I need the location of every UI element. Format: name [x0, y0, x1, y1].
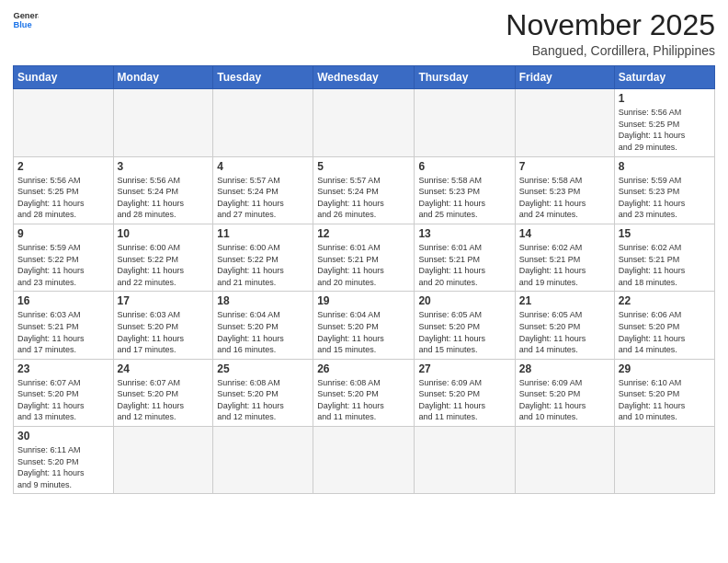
weekday-header-row: SundayMondayTuesdayWednesdayThursdayFrid…	[14, 66, 715, 89]
calendar-cell: 3Sunrise: 5:56 AM Sunset: 5:24 PM Daylig…	[113, 156, 213, 224]
weekday-tuesday: Tuesday	[213, 66, 313, 89]
calendar-cell	[213, 89, 313, 156]
day-number: 25	[217, 362, 309, 375]
calendar-cell: 14Sunrise: 6:02 AM Sunset: 5:21 PM Dayli…	[515, 224, 614, 291]
calendar-cell: 7Sunrise: 5:58 AM Sunset: 5:23 PM Daylig…	[515, 156, 614, 224]
day-number: 1	[619, 92, 711, 105]
calendar-cell: 17Sunrise: 6:03 AM Sunset: 5:20 PM Dayli…	[113, 292, 213, 359]
week-row-3: 16Sunrise: 6:03 AM Sunset: 5:21 PM Dayli…	[14, 292, 715, 359]
day-number: 18	[217, 294, 309, 307]
page: GeneralBlue November 2025 Bangued, Cordi…	[0, 0, 728, 563]
calendar-cell	[113, 89, 213, 156]
calendar-cell: 18Sunrise: 6:04 AM Sunset: 5:20 PM Dayli…	[213, 292, 313, 359]
day-number: 8	[619, 160, 711, 173]
cell-info: Sunrise: 5:58 AM Sunset: 5:23 PM Dayligh…	[519, 176, 586, 220]
calendar-cell: 24Sunrise: 6:07 AM Sunset: 5:20 PM Dayli…	[113, 359, 213, 426]
week-row-0: 1Sunrise: 5:56 AM Sunset: 5:25 PM Daylig…	[14, 89, 715, 156]
calendar-cell: 28Sunrise: 6:09 AM Sunset: 5:20 PM Dayli…	[515, 359, 614, 426]
day-number: 19	[317, 294, 410, 307]
week-row-4: 23Sunrise: 6:07 AM Sunset: 5:20 PM Dayli…	[14, 359, 715, 426]
cell-info: Sunrise: 6:05 AM Sunset: 5:20 PM Dayligh…	[519, 310, 586, 354]
day-number: 12	[317, 227, 410, 240]
day-number: 4	[217, 160, 309, 173]
calendar-cell	[614, 427, 714, 494]
day-number: 29	[619, 362, 711, 375]
calendar-cell: 15Sunrise: 6:02 AM Sunset: 5:21 PM Dayli…	[614, 224, 714, 291]
cell-info: Sunrise: 6:09 AM Sunset: 5:20 PM Dayligh…	[519, 378, 586, 422]
cell-info: Sunrise: 6:03 AM Sunset: 5:21 PM Dayligh…	[17, 310, 85, 354]
weekday-saturday: Saturday	[614, 66, 714, 89]
logo: GeneralBlue	[13, 9, 39, 29]
calendar-cell: 13Sunrise: 6:01 AM Sunset: 5:21 PM Dayli…	[415, 224, 515, 291]
calendar-cell	[415, 427, 515, 494]
calendar: SundayMondayTuesdayWednesdayThursdayFrid…	[13, 65, 715, 494]
calendar-cell	[113, 427, 213, 494]
calendar-cell: 26Sunrise: 6:08 AM Sunset: 5:20 PM Dayli…	[313, 359, 415, 426]
cell-info: Sunrise: 6:10 AM Sunset: 5:20 PM Dayligh…	[619, 378, 686, 422]
cell-info: Sunrise: 5:56 AM Sunset: 5:24 PM Dayligh…	[118, 176, 185, 220]
day-number: 14	[519, 227, 610, 240]
logo-icon: GeneralBlue	[13, 9, 39, 29]
cell-info: Sunrise: 6:08 AM Sunset: 5:20 PM Dayligh…	[217, 378, 284, 422]
svg-text:Blue: Blue	[13, 20, 31, 29]
day-number: 10	[118, 227, 210, 240]
cell-info: Sunrise: 6:07 AM Sunset: 5:20 PM Dayligh…	[17, 378, 85, 422]
day-number: 23	[17, 362, 109, 375]
calendar-cell: 19Sunrise: 6:04 AM Sunset: 5:20 PM Dayli…	[313, 292, 415, 359]
calendar-cell: 16Sunrise: 6:03 AM Sunset: 5:21 PM Dayli…	[14, 292, 114, 359]
cell-info: Sunrise: 6:09 AM Sunset: 5:20 PM Dayligh…	[418, 378, 485, 422]
calendar-cell: 12Sunrise: 6:01 AM Sunset: 5:21 PM Dayli…	[313, 224, 415, 291]
day-number: 21	[519, 294, 610, 307]
cell-info: Sunrise: 6:01 AM Sunset: 5:21 PM Dayligh…	[418, 243, 485, 287]
calendar-cell: 11Sunrise: 6:00 AM Sunset: 5:22 PM Dayli…	[213, 224, 313, 291]
cell-info: Sunrise: 5:56 AM Sunset: 5:25 PM Dayligh…	[17, 176, 85, 220]
day-number: 13	[418, 227, 510, 240]
cell-info: Sunrise: 6:11 AM Sunset: 5:20 PM Dayligh…	[17, 445, 85, 489]
day-number: 7	[519, 160, 610, 173]
day-number: 9	[17, 227, 109, 240]
calendar-cell: 1Sunrise: 5:56 AM Sunset: 5:25 PM Daylig…	[614, 89, 714, 156]
cell-info: Sunrise: 6:00 AM Sunset: 5:22 PM Dayligh…	[217, 243, 284, 287]
day-number: 22	[619, 294, 711, 307]
calendar-cell	[313, 427, 415, 494]
day-number: 24	[118, 362, 210, 375]
calendar-cell: 6Sunrise: 5:58 AM Sunset: 5:23 PM Daylig…	[415, 156, 515, 224]
day-number: 2	[17, 160, 109, 173]
calendar-cell: 4Sunrise: 5:57 AM Sunset: 5:24 PM Daylig…	[213, 156, 313, 224]
calendar-cell: 30Sunrise: 6:11 AM Sunset: 5:20 PM Dayli…	[14, 427, 114, 494]
calendar-cell	[415, 89, 515, 156]
calendar-cell: 5Sunrise: 5:57 AM Sunset: 5:24 PM Daylig…	[313, 156, 415, 224]
cell-info: Sunrise: 6:07 AM Sunset: 5:20 PM Dayligh…	[118, 378, 185, 422]
cell-info: Sunrise: 5:59 AM Sunset: 5:23 PM Dayligh…	[619, 176, 686, 220]
calendar-cell: 10Sunrise: 6:00 AM Sunset: 5:22 PM Dayli…	[113, 224, 213, 291]
calendar-cell: 23Sunrise: 6:07 AM Sunset: 5:20 PM Dayli…	[14, 359, 114, 426]
location: Bangued, Cordillera, Philippines	[506, 43, 715, 58]
svg-text:General: General	[13, 11, 39, 20]
day-number: 3	[118, 160, 210, 173]
cell-info: Sunrise: 6:02 AM Sunset: 5:21 PM Dayligh…	[619, 243, 686, 287]
week-row-2: 9Sunrise: 5:59 AM Sunset: 5:22 PM Daylig…	[14, 224, 715, 291]
cell-info: Sunrise: 6:02 AM Sunset: 5:21 PM Dayligh…	[519, 243, 586, 287]
day-number: 6	[418, 160, 510, 173]
cell-info: Sunrise: 6:00 AM Sunset: 5:22 PM Dayligh…	[118, 243, 185, 287]
day-number: 5	[317, 160, 410, 173]
title-block: November 2025 Bangued, Cordillera, Phili…	[506, 9, 715, 58]
day-number: 11	[217, 227, 309, 240]
calendar-cell	[14, 89, 114, 156]
day-number: 30	[17, 430, 109, 442]
month-title: November 2025	[506, 9, 715, 41]
calendar-cell: 20Sunrise: 6:05 AM Sunset: 5:20 PM Dayli…	[415, 292, 515, 359]
calendar-cell: 22Sunrise: 6:06 AM Sunset: 5:20 PM Dayli…	[614, 292, 714, 359]
calendar-cell: 21Sunrise: 6:05 AM Sunset: 5:20 PM Dayli…	[515, 292, 614, 359]
calendar-cell: 29Sunrise: 6:10 AM Sunset: 5:20 PM Dayli…	[614, 359, 714, 426]
cell-info: Sunrise: 6:06 AM Sunset: 5:20 PM Dayligh…	[619, 310, 686, 354]
cell-info: Sunrise: 5:56 AM Sunset: 5:25 PM Dayligh…	[619, 108, 686, 152]
cell-info: Sunrise: 5:57 AM Sunset: 5:24 PM Dayligh…	[317, 176, 384, 220]
day-number: 26	[317, 362, 410, 375]
week-row-1: 2Sunrise: 5:56 AM Sunset: 5:25 PM Daylig…	[14, 156, 715, 224]
day-number: 28	[519, 362, 610, 375]
day-number: 15	[619, 227, 711, 240]
cell-info: Sunrise: 6:03 AM Sunset: 5:20 PM Dayligh…	[118, 310, 185, 354]
calendar-cell	[313, 89, 415, 156]
cell-info: Sunrise: 6:01 AM Sunset: 5:21 PM Dayligh…	[317, 243, 384, 287]
